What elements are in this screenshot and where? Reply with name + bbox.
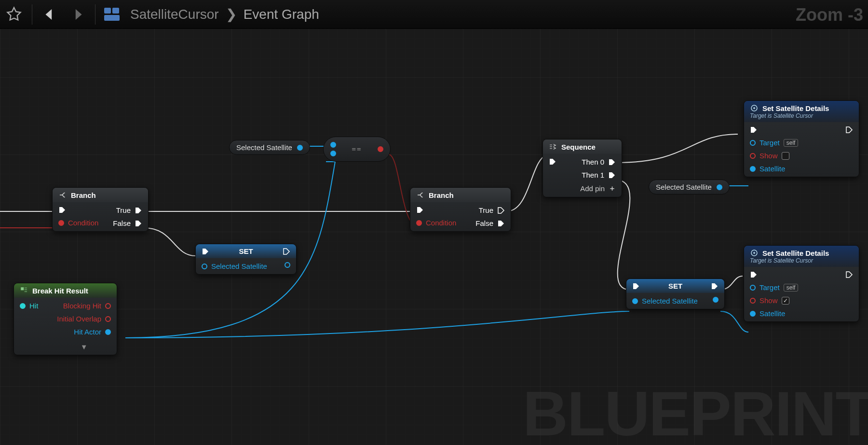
node-header: SET	[196, 244, 296, 258]
pill-label: Selected Satellite	[656, 183, 712, 191]
target-pin[interactable]: Targetself	[750, 139, 798, 147]
blocking-hit-pin[interactable]: Blocking Hit	[63, 302, 111, 310]
pin-label: False	[475, 219, 493, 227]
node-set-2[interactable]: SET Selected Satellite	[626, 278, 725, 309]
show-pin[interactable]: Show	[750, 296, 798, 305]
add-pin-button[interactable]: ＋Add pin	[580, 184, 616, 193]
selected-satellite-pin-in[interactable]: Selected Satellite	[632, 297, 698, 305]
expand-caret-icon[interactable]: ▼	[81, 343, 88, 351]
pin-label: Condition	[426, 219, 456, 227]
zoom-indicator: Zoom -3	[796, 5, 863, 25]
selected-satellite-pin-in[interactable]: Selected Satellite	[202, 262, 267, 270]
false-pin[interactable]: False	[113, 219, 142, 227]
exec-out-pin[interactable]	[845, 126, 853, 134]
variable-selected-satellite-2[interactable]: Selected Satellite	[649, 180, 730, 195]
node-title: Break Hit Result	[32, 287, 88, 295]
node-header: Branch	[410, 188, 511, 202]
node-set-1[interactable]: SET Selected Satellite	[195, 244, 297, 275]
output-pin[interactable]	[378, 146, 383, 152]
node-subtitle: Target is Satellite Cursor	[750, 257, 813, 264]
favorite-star-icon[interactable]	[5, 5, 23, 24]
node-branch-1[interactable]: Branch Condition True False	[52, 187, 149, 232]
false-pin[interactable]: False	[475, 219, 505, 227]
nav-forward-icon[interactable]	[68, 5, 86, 24]
exec-in-pin[interactable]	[750, 271, 798, 278]
pin-label: Then 1	[582, 171, 604, 179]
breadcrumb: SatelliteCursor ❯ Event Graph	[130, 6, 319, 22]
breadcrumb-parent[interactable]: SatelliteCursor	[130, 7, 219, 22]
blueprint-icon[interactable]	[104, 7, 122, 22]
node-set-satellite-details-1[interactable]: Set Satellite Details Target is Satellit…	[744, 100, 859, 177]
node-branch-2[interactable]: Branch Condition True False	[410, 187, 511, 232]
node-equals[interactable]: ==	[323, 137, 391, 162]
node-header: Sequence	[543, 139, 622, 154]
exec-in-pin[interactable]	[549, 158, 556, 166]
exec-in-pin[interactable]	[58, 206, 98, 214]
toolbar-separator	[95, 4, 95, 25]
true-pin[interactable]: True	[116, 206, 142, 214]
branch-icon	[416, 191, 425, 199]
operator-label: ==	[352, 145, 362, 153]
self-tag: self	[784, 284, 799, 292]
exec-out-pin[interactable]	[845, 271, 853, 278]
then-1-pin[interactable]: Then 1	[582, 171, 616, 179]
node-title: Sequence	[561, 143, 596, 151]
pin-label: Target	[760, 139, 780, 147]
node-title: Set Satellite Details	[762, 249, 829, 257]
watermark: BLUEPRINT	[523, 377, 868, 445]
initial-overlap-pin[interactable]: Initial Overlap	[57, 315, 111, 323]
pin-label: Target	[760, 283, 780, 292]
node-header: Branch	[53, 188, 148, 202]
exec-in-pin[interactable]	[750, 126, 798, 134]
then-0-pin[interactable]: Then 0	[582, 158, 616, 166]
svg-rect-0	[21, 287, 24, 290]
hit-actor-pin[interactable]: Hit Actor	[74, 328, 111, 336]
node-break-hit-result[interactable]: Break Hit Result Hit Blocking Hit Initia…	[14, 283, 117, 355]
node-sequence[interactable]: Sequence Then 0 Then 1 ＋Add pin	[542, 139, 622, 197]
input-a-pin[interactable]	[330, 142, 336, 148]
node-subtitle: Target is Satellite Cursor	[750, 112, 813, 119]
breadcrumb-current[interactable]: Event Graph	[244, 7, 319, 22]
show-checkbox[interactable]	[782, 297, 789, 305]
pin-label: Satellite	[760, 309, 785, 318]
pin-label: Show	[760, 152, 778, 160]
exec-in-pin[interactable]	[416, 206, 456, 214]
show-pin[interactable]: Show	[750, 152, 798, 160]
value-out-pin[interactable]	[713, 297, 719, 303]
variable-selected-satellite-1[interactable]: Selected Satellite	[229, 140, 310, 155]
true-pin[interactable]: True	[479, 206, 505, 214]
pin-label: False	[113, 219, 131, 227]
satellite-pin[interactable]: Satellite	[750, 165, 798, 173]
input-b-pin[interactable]	[330, 151, 336, 156]
exec-out-pin[interactable]	[283, 248, 290, 255]
nav-back-icon[interactable]	[41, 5, 59, 24]
node-header: Set Satellite Details Target is Satellit…	[744, 246, 859, 267]
pin-label: True	[479, 206, 493, 214]
node-title: Branch	[71, 191, 96, 199]
sequence-icon	[549, 142, 557, 151]
pin-label: True	[116, 206, 131, 214]
show-checkbox[interactable]	[782, 152, 789, 160]
condition-pin[interactable]: Condition	[416, 219, 456, 227]
hit-in-pin[interactable]: Hit	[20, 302, 38, 310]
toolbar-separator	[32, 4, 32, 25]
pill-label: Selected Satellite	[236, 143, 292, 152]
pin-label: Hit	[29, 302, 38, 310]
exec-in-pin[interactable]	[632, 282, 640, 290]
target-pin[interactable]: Targetself	[750, 283, 798, 292]
output-pin[interactable]	[297, 145, 303, 151]
condition-pin[interactable]: Condition	[58, 219, 98, 227]
pin-label: Add pin	[580, 184, 605, 193]
output-pin[interactable]	[717, 184, 722, 190]
exec-out-pin[interactable]	[711, 282, 719, 290]
pin-label: Condition	[68, 219, 98, 227]
exec-in-pin[interactable]	[202, 248, 209, 255]
satellite-pin[interactable]: Satellite	[750, 309, 798, 318]
pin-label: Then 0	[582, 158, 604, 166]
pin-label: Initial Overlap	[57, 315, 101, 323]
node-title: SET	[239, 247, 253, 255]
pin-label: Show	[760, 296, 778, 305]
node-set-satellite-details-2[interactable]: Set Satellite Details Target is Satellit…	[744, 245, 859, 322]
self-tag: self	[784, 139, 799, 147]
value-out-pin[interactable]	[285, 262, 290, 268]
